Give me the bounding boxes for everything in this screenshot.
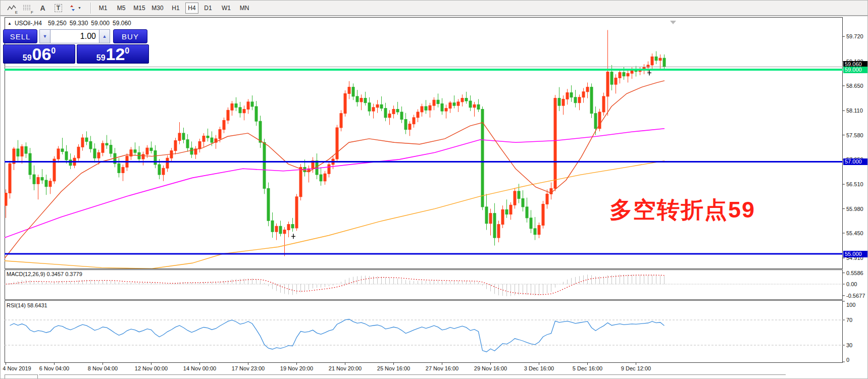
volume-increase-button[interactable]: ▲ [99, 29, 110, 43]
text-box-icon[interactable]: T [52, 2, 65, 14]
time-tick-label: 14 Nov 00:00 [183, 365, 216, 371]
time-tick-label: 4 Nov 2019 [3, 365, 31, 371]
rsi-label: RSI(14) 58.6431 [7, 302, 47, 308]
blue-line-tag-55: 55.000 [843, 251, 868, 257]
mt4-window: EFAT▼ M1M5M15M30H1H4D1W1MN ▲ USOil-,H4 5… [0, 0, 868, 379]
grid-icon[interactable]: F [20, 2, 34, 14]
annotation-text[interactable]: 多空转折点59 [609, 195, 755, 225]
one-click-trading-panel: SELL ▼ ▲ BUY 59 06 0 59 12 0 [3, 29, 149, 64]
timeframe-m1[interactable]: M1 [94, 3, 112, 14]
price-tick-label: 56.510 [846, 181, 863, 187]
chart-tab[interactable] [5, 374, 38, 379]
sell-price-main: 06 [32, 46, 52, 62]
volume-input[interactable] [50, 29, 99, 43]
time-tick-label: 21 Nov 20:00 [329, 365, 362, 371]
sell-price-sup: 0 [51, 47, 56, 55]
price-tick-label: 55.450 [846, 230, 863, 236]
timeframe-m30[interactable]: M30 [149, 3, 166, 14]
symbol-label: USOil-,H4 [15, 20, 42, 27]
price-tick-label: 58.650 [846, 83, 863, 89]
ohlc-high: 59.330 [70, 20, 88, 27]
chart-title: ▲ USOil-,H4 59.250 59.330 59.000 59.060 [8, 20, 131, 27]
chart-tabs-strip[interactable] [1, 374, 868, 379]
blue-line-tag-57: 57.000 [843, 158, 868, 165]
green-line-tag: 59.000 [843, 67, 868, 73]
time-tick-label: 17 Nov 23:00 [232, 365, 265, 371]
time-tick-label: 12 Nov 00:00 [135, 365, 168, 371]
toolbar-tools: EFAT▼ [1, 2, 85, 14]
macd-scale-label: -0.5677 [846, 293, 865, 299]
time-tick-label: 29 Nov 16:00 [474, 365, 507, 371]
timeframe-group: M1M5M15M30H1H4D1W1MN [94, 3, 253, 14]
time-tick-label: 27 Nov 16:00 [426, 365, 458, 371]
indicators-icon[interactable]: E [5, 2, 18, 14]
time-tick-label: 3 Dec 16:00 [524, 365, 554, 371]
timeframe-mn[interactable]: MN [236, 3, 253, 14]
rsi-scale-label: 100 [846, 302, 855, 308]
rsi-scale-label: 30 [846, 342, 852, 348]
macd-scale-label: 0.5586 [846, 270, 863, 276]
macd-scale-label: 0.00 [846, 281, 857, 287]
timeframe-m15[interactable]: M15 [131, 3, 148, 14]
sell-button[interactable]: SELL [3, 29, 37, 43]
text-label-icon[interactable]: A [36, 2, 49, 14]
time-tick-label: 5 Dec 16:00 [573, 365, 602, 371]
time-tick-label: 19 Nov 20:00 [280, 365, 313, 371]
collapse-arrow-icon[interactable]: ▲ [8, 21, 12, 26]
buy-price-sup: 0 [125, 47, 129, 55]
time-tick-label: 6 Nov 04:00 [39, 365, 69, 371]
ohlc-low: 59.000 [91, 20, 110, 27]
rsi-scale-label: 0 [846, 357, 849, 363]
price-tick-label: 57.580 [846, 132, 863, 138]
price-tick-label: 58.110 [846, 107, 863, 114]
price-tick-label: 55.980 [846, 206, 863, 212]
timeframe-d1[interactable]: D1 [199, 3, 217, 14]
timeframe-h4[interactable]: H4 [185, 3, 198, 14]
time-tick-label: 25 Nov 16:00 [377, 365, 410, 371]
tabs-rail [39, 374, 786, 375]
price-tick-label: 59.720 [846, 33, 863, 39]
sell-price-prefix: 59 [23, 54, 32, 62]
rsi-scale-label: 70 [846, 317, 852, 323]
buy-price-prefix: 59 [96, 54, 106, 62]
sell-price-display[interactable]: 59 06 0 [3, 44, 75, 64]
chart-window[interactable]: ▲ USOil-,H4 59.250 59.330 59.000 59.060 … [1, 17, 868, 379]
buy-price-display[interactable]: 59 12 0 [77, 44, 149, 64]
timeframe-h1[interactable]: H1 [167, 3, 184, 14]
buy-price-main: 12 [106, 46, 125, 62]
arrange-icon[interactable]: ▼ [67, 2, 84, 14]
timeframe-w1[interactable]: W1 [218, 3, 235, 14]
time-tick-label: 9 Dec 12:00 [621, 365, 651, 371]
toolbar: EFAT▼ M1M5M15M30H1H4D1W1MN [1, 1, 868, 16]
ohlc-open: 59.250 [48, 20, 67, 27]
macd-label: MACD(12,26,9) 0.3457 0.3779 [7, 271, 82, 277]
ohlc-close: 59.060 [113, 20, 131, 27]
volume-decrease-button[interactable]: ▼ [39, 29, 50, 43]
timeframe-m5[interactable]: M5 [113, 3, 130, 14]
time-tick-label: 8 Nov 04:00 [88, 365, 118, 371]
toolbar-separator [90, 3, 91, 14]
buy-button[interactable]: BUY [113, 29, 147, 43]
